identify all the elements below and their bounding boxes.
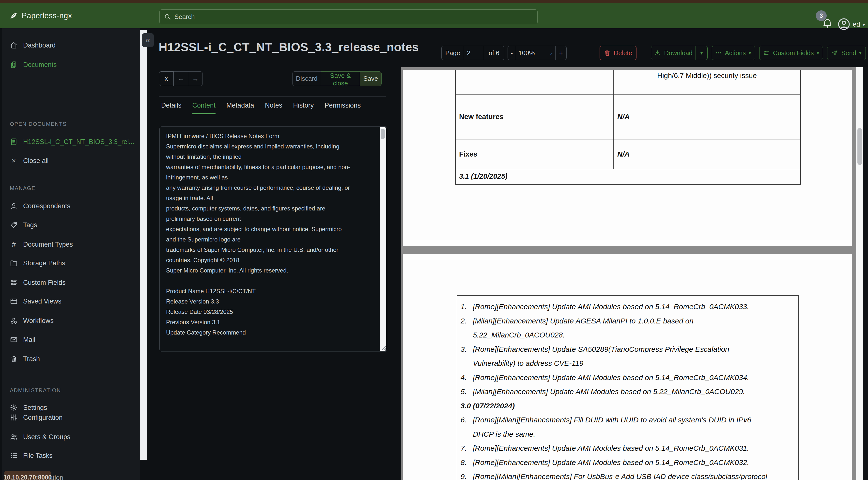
content-textarea[interactable]: IPMI Firmware / BIOS Release Notes Form … [159,126,387,352]
sidebar-item-configuration[interactable]: Configuration [10,412,63,423]
custom-fields-icon [763,50,770,56]
document-nav-group: x ← → [159,71,203,86]
list-item: 3.[Rome][Enhancements] Update SA50289(Ti… [461,342,795,370]
hash-icon: # [10,240,18,248]
global-search[interactable] [159,9,537,24]
download-dropdown-button[interactable]: ▾ [695,46,708,60]
sidebar-item-label: Tags [23,221,37,229]
page-number-input[interactable] [466,49,479,57]
actions-button[interactable]: ••• Actions ▾ [712,46,755,60]
content-text[interactable]: IPMI Firmware / BIOS Release Notes Form … [166,131,373,348]
zoom-out-button[interactable]: - [507,46,516,60]
sidebar-item-document-types[interactable]: # Document Types [10,239,73,250]
sidebar-item-file-tasks[interactable]: File Tasks [10,450,53,461]
preview-scrollbar[interactable] [856,67,863,480]
send-icon [831,50,838,56]
chevron-down-icon: ⌄ [549,50,553,56]
manage-header: MANAGE [10,185,35,191]
delete-button[interactable]: Delete [599,46,637,60]
sidebar-item-settings[interactable]: Settings [10,402,47,413]
caret-down-icon: ▾ [749,50,751,56]
custom-fields-icon [10,279,18,287]
table-value-fixes: N/A [617,140,629,169]
zoom-in-button[interactable]: + [555,46,567,60]
caret-down-icon: ▾ [817,50,819,56]
sidebar: Dashboard Documents OPEN DOCUMENTS H12SS… [2,28,140,480]
save-button-group: Discard Save & close Save [292,71,381,86]
mail-icon [10,336,18,343]
tab-details[interactable]: Details [161,102,182,114]
table-cell-partial: High/6.7 Middle)) security issue [614,70,800,94]
list-item: 5.[Milan][Enhancements] Update AMI Modul… [461,385,795,399]
open-documents-header: OPEN DOCUMENTS [10,121,67,127]
editor-tabs: Details Content Metadata Notes History P… [161,102,361,114]
page-total-label: of 6 [484,46,504,60]
sidebar-item-mail[interactable]: Mail [10,334,35,345]
zoom-select[interactable]: 100% ⌄ [516,46,556,60]
gear-icon [10,404,18,412]
close-icon: × [10,157,18,165]
save-button[interactable]: Save [360,71,381,86]
zoom-value: 100% [518,49,535,57]
textarea-scrollbar-thumb[interactable] [381,129,385,139]
workflows-icon [10,317,18,325]
download-icon [654,50,661,56]
tab-content[interactable]: Content [192,102,216,114]
zoom-control: - 100% ⌄ + [507,46,567,60]
paperless-app: Paperless-ngx 3 ed ▾ Dashboard Documents… [0,0,868,480]
sidebar-item-documents[interactable]: Documents [10,59,57,70]
sidebar-item-label: Settings [23,404,47,412]
tab-metadata[interactable]: Metadata [226,102,254,114]
table-value-new-features: N/A [617,94,629,140]
username-label[interactable]: ed [853,21,860,28]
sidebar-item-workflows[interactable]: Workflows [10,315,54,326]
table-label-new-features: New features [459,94,504,140]
preview-scrollbar-thumb[interactable] [858,128,862,165]
sidebar-item-storage-paths[interactable]: Storage Paths [10,258,65,269]
list-item: 2.[Milan][Enhancements] Update AGESA Mil… [461,314,795,342]
textarea-scrollbar[interactable] [380,127,386,351]
tab-history[interactable]: History [293,102,314,114]
close-all-label: Close all [23,157,49,165]
sidebar-item-tags[interactable]: Tags [10,219,37,231]
sidebar-item-custom-fields[interactable]: Custom Fields [10,277,66,288]
users-icon [10,433,18,441]
home-icon [10,41,18,49]
bell-icon[interactable] [822,17,833,28]
close-document-button[interactable]: x [159,71,174,86]
sliders-icon [10,414,18,421]
user-menu-caret-icon[interactable]: ▾ [863,22,865,28]
sidebar-item-correspondents[interactable]: Correspondents [10,201,70,211]
sidebar-item-saved-views[interactable]: Saved Views [10,296,62,307]
pdf-page-2: 1.[Rome][Enhancements] Update AMI Module… [403,254,852,480]
custom-fields-label: Custom Fields [773,49,814,57]
next-document-button[interactable]: → [188,71,203,86]
page-label: Page [441,46,464,60]
list-version-heading: 3.0 (07/22/2024) [461,399,795,413]
tab-notes[interactable]: Notes [265,102,282,114]
previous-document-button[interactable]: ← [174,71,188,86]
page-control: Page of 6 [441,46,504,60]
user-avatar-icon[interactable] [837,18,850,31]
table-version-row: 3.1 (1/20/2025) [459,169,507,184]
sidebar-item-users-groups[interactable]: Users & Groups [10,431,70,442]
collapse-sidebar-button[interactable]: « [142,33,154,47]
sidebar-item-trash[interactable]: Trash [10,354,40,364]
resize-handle-icon[interactable] [380,344,386,351]
save-and-close-button[interactable]: Save & close [321,71,360,86]
send-button[interactable]: Send ▾ [827,46,866,60]
download-button[interactable]: Download [651,46,696,60]
search-input[interactable] [174,9,527,24]
tab-permissions[interactable]: Permissions [324,102,361,114]
task-list-icon [10,452,18,459]
sidebar-scrollbar[interactable] [140,30,147,460]
download-label: Download [664,49,692,57]
discard-button[interactable]: Discard [292,71,321,86]
search-icon [164,13,171,20]
sidebar-item-open-document[interactable]: H12SSL-i_C_CT_NT_BIOS_3.3_rel... [10,137,134,147]
sidebar-item-close-all[interactable]: × Close all [10,155,49,166]
documents-icon [10,61,18,69]
sidebar-item-dashboard[interactable]: Dashboard [10,40,56,51]
list-item: 4.[Rome][Enhancements] Update AMI Module… [461,370,795,385]
custom-fields-button[interactable]: Custom Fields ▾ [759,46,823,60]
